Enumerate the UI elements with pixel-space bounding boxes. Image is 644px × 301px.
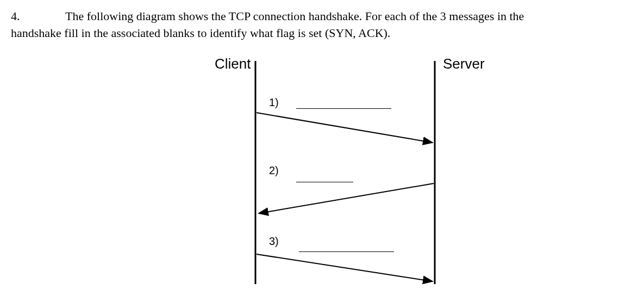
question-line1: The following diagram shows the TCP conn… xyxy=(65,9,524,23)
tcp-handshake-diagram: Client Server 1) 2) 3) xyxy=(190,56,516,284)
question-number: 4. xyxy=(11,8,65,25)
message-3-label: 3) xyxy=(269,235,279,248)
message-3-arrow xyxy=(257,254,433,281)
message-2-blank[interactable] xyxy=(296,182,353,182)
sequence-diagram-svg xyxy=(190,56,516,284)
question-line2: handshake fill in the associated blanks … xyxy=(11,26,390,40)
question-text: 4.The following diagram shows the TCP co… xyxy=(11,8,633,42)
message-1-blank[interactable] xyxy=(296,108,391,109)
message-2-arrow xyxy=(259,183,434,213)
message-1-arrow xyxy=(257,113,433,143)
message-3-blank[interactable] xyxy=(299,251,394,252)
message-2-label: 2) xyxy=(269,164,279,177)
message-1-label: 1) xyxy=(269,96,279,109)
